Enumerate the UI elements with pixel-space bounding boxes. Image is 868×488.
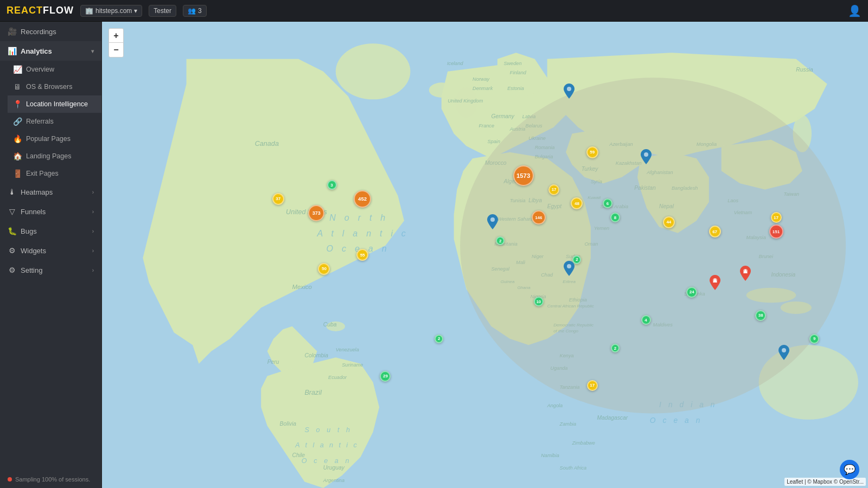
sidebar-item-location[interactable]: 📍 Location Intelligence bbox=[8, 95, 101, 113]
setting-chevron: › bbox=[92, 267, 94, 273]
svg-text:Ecuador: Ecuador bbox=[328, 375, 347, 380]
svg-text:Finland: Finland bbox=[510, 70, 527, 75]
map-cluster-marker[interactable]: 146 bbox=[532, 210, 546, 224]
map-cluster-marker[interactable]: 10 bbox=[534, 297, 544, 306]
map-cluster-marker[interactable]: 6 bbox=[603, 198, 612, 208]
bugs-chevron: › bbox=[92, 228, 94, 234]
map-cluster-marker[interactable]: 452 bbox=[354, 190, 371, 208]
sidebar-item-analytics[interactable]: 📊 Analytics ▾ bbox=[0, 41, 101, 61]
map-location-pin[interactable] bbox=[641, 149, 652, 166]
location-icon: 📍 bbox=[13, 100, 22, 108]
map-container[interactable]: Canada United States Mexico Cuba Brazil … bbox=[102, 22, 868, 488]
svg-point-101 bbox=[490, 217, 495, 222]
landing-icon: 🏠 bbox=[13, 152, 22, 160]
user-account-icon[interactable]: 👤 bbox=[848, 4, 861, 17]
sidebar-item-popular-pages[interactable]: 🔥 Popular Pages bbox=[8, 130, 101, 147]
zoom-out-button[interactable]: − bbox=[109, 43, 123, 57]
map-cluster-marker[interactable]: 17 bbox=[548, 184, 559, 195]
svg-point-1 bbox=[336, 43, 411, 99]
map-cluster-marker[interactable]: 373 bbox=[308, 205, 324, 221]
landing-label: Landing Pages bbox=[26, 152, 71, 160]
svg-text:A t l a n t i c: A t l a n t i c bbox=[295, 441, 359, 449]
exit-label: Exit Pages bbox=[26, 170, 59, 177]
map-cluster-marker[interactable]: 17 bbox=[587, 380, 598, 391]
map-cluster-marker[interactable]: 9 bbox=[809, 334, 819, 344]
svg-text:Norway: Norway bbox=[473, 76, 490, 82]
user-badge: Tester bbox=[149, 5, 176, 17]
svg-text:Canada: Canada bbox=[255, 140, 279, 147]
map-location-pin[interactable] bbox=[778, 345, 789, 362]
map-cluster-marker[interactable]: 2 bbox=[435, 335, 443, 343]
sidebar-item-os-browsers[interactable]: 🖥 OS & Browsers bbox=[8, 78, 101, 95]
referrals-icon: 🔗 bbox=[13, 117, 22, 126]
sidebar-item-overview[interactable]: 📈 Overview bbox=[8, 61, 101, 78]
svg-text:Peru: Peru bbox=[267, 359, 279, 365]
setting-label: Setting bbox=[21, 266, 42, 274]
map-location-pin[interactable] bbox=[710, 275, 720, 292]
map-cluster-marker[interactable]: 29 bbox=[380, 371, 391, 382]
svg-point-102 bbox=[567, 264, 571, 268]
map-location-pin[interactable] bbox=[564, 261, 575, 278]
sidebar-item-referrals[interactable]: 🔗 Referrals bbox=[8, 113, 101, 130]
map-cluster-marker[interactable]: 24 bbox=[686, 287, 697, 298]
map-zoom-controls[interactable]: + − bbox=[108, 28, 124, 57]
svg-text:Denmark: Denmark bbox=[473, 86, 493, 91]
map-cluster-marker[interactable]: 1573 bbox=[513, 165, 534, 186]
svg-text:N o r t h: N o r t h bbox=[329, 213, 388, 222]
svg-point-98 bbox=[460, 78, 846, 413]
site-name: hitsteps.com bbox=[95, 7, 132, 15]
map-cluster-marker[interactable]: 151 bbox=[769, 224, 783, 239]
map-cluster-marker[interactable]: 37 bbox=[272, 193, 284, 205]
map-location-pin[interactable] bbox=[564, 84, 575, 101]
team-badge[interactable]: 👥 3 bbox=[183, 5, 207, 17]
exit-icon: 🚪 bbox=[13, 169, 22, 178]
zoom-in-button[interactable]: + bbox=[109, 29, 123, 43]
sidebar-item-widgets[interactable]: ⚙ Widgets › bbox=[0, 241, 101, 260]
svg-point-100 bbox=[644, 152, 648, 157]
map-cluster-marker[interactable]: 44 bbox=[663, 216, 675, 228]
site-selector[interactable]: 🏢 hitsteps.com ▾ bbox=[80, 5, 142, 17]
svg-text:Bolivia: Bolivia bbox=[280, 421, 297, 427]
map-cluster-marker[interactable]: 55 bbox=[356, 249, 368, 261]
heatmaps-icon: 🌡 bbox=[8, 188, 16, 196]
map-cluster-marker[interactable]: 8 bbox=[610, 213, 620, 222]
sidebar-item-recordings[interactable]: 🎥 Recordings bbox=[0, 22, 101, 41]
map-cluster-marker[interactable]: 4 bbox=[641, 315, 651, 325]
map-cluster-marker[interactable]: 3 bbox=[327, 180, 337, 190]
svg-text:Suriname: Suriname bbox=[342, 362, 363, 368]
svg-text:Zambia: Zambia bbox=[559, 421, 577, 427]
sidebar-item-landing-pages[interactable]: 🏠 Landing Pages bbox=[8, 147, 101, 165]
map-attribution: Leaflet | © Mapbox © OpenStr... bbox=[784, 478, 866, 486]
chat-button[interactable]: 💬 bbox=[840, 460, 859, 479]
svg-text:Mexico: Mexico bbox=[292, 284, 312, 290]
site-chevron: ▾ bbox=[134, 7, 137, 15]
overview-icon: 📈 bbox=[13, 65, 22, 74]
map-cluster-marker[interactable]: 50 bbox=[318, 263, 330, 275]
svg-text:A t l a n t i c: A t l a n t i c bbox=[316, 228, 409, 238]
heatmaps-label: Heatmaps bbox=[21, 188, 53, 196]
sidebar-item-bugs[interactable]: 🐛 Bugs › bbox=[0, 221, 101, 241]
map-cluster-marker[interactable]: 2 bbox=[611, 344, 620, 352]
logo-flow: FLOW bbox=[43, 5, 74, 16]
widgets-chevron: › bbox=[92, 248, 94, 254]
svg-text:South Africa: South Africa bbox=[560, 465, 587, 471]
svg-text:Spain: Spain bbox=[488, 139, 500, 144]
map-cluster-marker[interactable]: 59 bbox=[586, 146, 598, 158]
map-cluster-marker[interactable]: 67 bbox=[709, 226, 721, 237]
map-location-pin[interactable] bbox=[740, 266, 751, 283]
logo[interactable]: REACTFLOW bbox=[7, 5, 74, 16]
sidebar-item-setting[interactable]: ⚙ Setting › bbox=[0, 260, 101, 280]
analytics-chevron: ▾ bbox=[91, 48, 94, 54]
sampling-info: Sampling 100% of sessions. bbox=[0, 471, 101, 488]
sidebar-item-heatmaps[interactable]: 🌡 Heatmaps › bbox=[0, 182, 101, 202]
sidebar-item-exit-pages[interactable]: 🚪 Exit Pages bbox=[8, 165, 101, 182]
setting-icon: ⚙ bbox=[8, 266, 16, 274]
map-cluster-marker[interactable]: 38 bbox=[755, 310, 766, 321]
map-cluster-marker[interactable]: 48 bbox=[571, 197, 583, 209]
main-layout: 🎥 Recordings 📊 Analytics ▾ 📈 Overview 🖥 … bbox=[0, 22, 868, 488]
map-cluster-marker[interactable]: 2 bbox=[496, 236, 505, 245]
team-icon: 👥 bbox=[188, 7, 196, 15]
map-cluster-marker[interactable]: 17 bbox=[771, 212, 782, 223]
sidebar-item-funnels[interactable]: ▽ Funnels › bbox=[0, 202, 101, 221]
map-location-pin[interactable] bbox=[487, 214, 498, 232]
